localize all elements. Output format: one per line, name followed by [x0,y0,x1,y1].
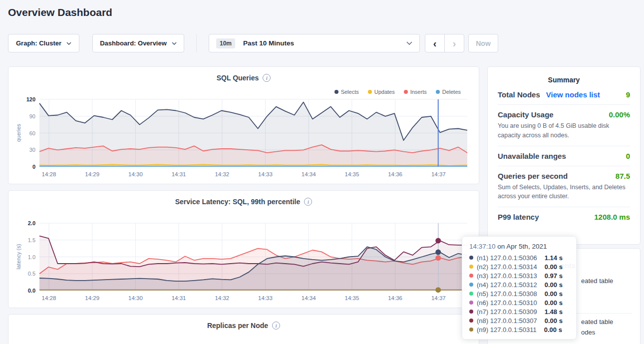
svg-text:14:34: 14:34 [302,295,316,301]
tooltip-node-name: (n8) 127.0.0.1:50307 [477,317,537,325]
legend-item[interactable]: Deletes [436,89,461,95]
event-item: odes [581,329,595,336]
series-dot-icon [469,256,473,260]
svg-text:90: 90 [29,113,35,119]
svg-text:14:32: 14:32 [215,295,229,301]
svg-text:14:33: 14:33 [258,171,273,177]
tooltip-node-name: (n6) 127.0.0.1:50310 [477,299,537,307]
replicas-title: Replicas per Node [207,322,268,330]
svg-text:14:37: 14:37 [431,295,446,301]
series-dot-icon [469,292,473,296]
tooltip-timestamp: 14:37:10 on Apr 5th, 2021 [469,243,569,250]
now-button[interactable]: Now [468,34,498,52]
summary-row-total-nodes: Total Nodes View nodes list 9 [498,85,630,105]
series-dot-icon [469,274,473,278]
replicas-card: Replicas per Node [8,314,479,344]
page-title: Overview Dashboard [8,6,112,18]
tooltip-row: (n7) 127.0.0.1:503091.48 s [469,307,569,316]
sql-queries-card: SQL Queries SelectsUpdatesInsertsDeletes… [8,66,479,184]
svg-text:60: 60 [29,130,35,136]
legend-label: Deletes [442,89,461,95]
dashboard-dropdown[interactable]: Dashboard: Overview [92,34,184,52]
svg-text:1.0: 1.0 [28,254,35,260]
svg-text:14:36: 14:36 [388,171,402,177]
latency-chart[interactable]: 0.00.51.01.52.014:2814:2914:3014:3114:32… [8,220,480,305]
event-item[interactable]: eated table [581,318,613,326]
highlight-dot [435,255,441,261]
svg-text:120: 120 [26,96,35,102]
capacity-value: 0.00% [609,110,630,119]
unavailable-ranges-label: Unavailable ranges [498,152,566,160]
tooltip-row: (n1) 127.0.0.1:503061.14 s [469,253,569,262]
tooltip-row: (n8) 127.0.0.1:503070.00 s [469,316,569,325]
sql-queries-legend: SelectsUpdatesInsertsDeletes [334,89,461,95]
tooltip-node-value: 0.00 s [545,281,563,289]
tooltip-row: (n2) 127.0.0.1:503140.00 s [469,262,569,271]
info-icon[interactable] [304,198,312,206]
chevron-down-icon [172,42,177,45]
svg-text:14:30: 14:30 [128,171,143,177]
series-dot-icon [469,283,473,287]
summary-row-capacity: Capacity Usage 0.00% You are using 0 B o… [498,105,630,146]
sql-queries-title-row: SQL Queries [8,74,479,82]
tooltip-node-name: (n2) 127.0.0.1:50314 [477,263,537,271]
info-icon[interactable] [263,74,271,82]
tooltip-time: 14:37:10 [469,243,496,250]
legend-label: Inserts [410,89,427,95]
now-button-label: Now [476,39,491,47]
time-range-dropdown[interactable]: 10m Past 10 Minutes [209,34,420,52]
series-dot-icon [436,90,440,94]
highlight-dot [435,250,441,255]
summary-panel: Summary Total Nodes View nodes list 9 Ca… [487,66,641,245]
svg-text:14:31: 14:31 [172,171,186,177]
legend-item[interactable]: Updates [368,89,395,95]
legend-item[interactable]: Selects [334,89,359,95]
info-icon[interactable] [272,322,280,330]
view-nodes-list-link[interactable]: View nodes list [546,90,600,99]
capacity-label: Capacity Usage [498,110,554,119]
tooltip-node-value: 0.00 s [545,299,563,307]
time-next-button[interactable]: › [444,34,464,52]
time-prev-button[interactable]: ‹ [425,34,445,52]
svg-text:14:28: 14:28 [42,171,56,177]
tooltip-node-name: (n5) 127.0.0.1:50308 [477,290,537,298]
legend-label: Updates [374,89,395,95]
graph-dropdown-label: Graph: Cluster [16,39,61,47]
svg-text:14:28: 14:28 [42,295,56,301]
legend-item[interactable]: Inserts [404,89,427,95]
qps-value: 87.5 [616,172,630,180]
series-dot-icon [404,90,408,94]
sql-queries-chart[interactable]: 030609012014:2814:2914:3014:3114:3214:33… [8,96,480,181]
chevron-down-icon [66,42,71,45]
graph-dropdown[interactable]: Graph: Cluster [8,34,79,52]
tooltip-row: (n3) 127.0.0.1:503130.97 s [469,271,569,280]
qps-label: Queries per second [498,172,568,180]
capacity-desc: You are using 0 B of 4.5 GiB usable disk… [498,121,630,140]
tooltip-date: on Apr 5th, 2021 [497,243,547,250]
svg-text:1.5: 1.5 [28,237,35,243]
total-nodes-label: Total Nodes [498,90,540,99]
svg-text:14:29: 14:29 [85,171,99,177]
chevron-down-icon [406,41,412,45]
svg-text:0: 0 [32,164,35,170]
svg-text:14:32: 14:32 [215,171,229,177]
tooltip-node-name: (n3) 127.0.0.1:50313 [477,272,537,280]
series-dot-icon [469,310,473,314]
highlight-dot [435,287,441,293]
summary-row-unavailable: Unavailable ranges 0 [498,146,630,166]
tooltip-node-name: (n7) 127.0.0.1:50309 [477,308,537,316]
tooltip-node-name: (n9) 127.0.0.1:50311 [477,326,537,334]
event-item[interactable]: eated table [581,277,613,285]
summary-row-qps: Queries per second 87.5 Sum of Selects, … [498,166,630,208]
svg-text:14:36: 14:36 [388,295,402,301]
chevron-right-icon: › [453,38,456,48]
summary-row-p99: P99 latency 1208.0 ms [498,207,630,227]
replicas-title-row: Replicas per Node [8,322,479,330]
tooltip-node-value: 0.00 s [545,263,563,271]
p99-latency-value: 1208.0 ms [594,213,630,221]
tooltip-node-value: 0.00 s [544,326,562,334]
svg-text:14:30: 14:30 [128,295,143,301]
tooltip-row: (n6) 127.0.0.1:503100.00 s [469,298,569,307]
latency-title: Service Latency: SQL, 99th percentile [175,198,301,206]
series-dot-icon [334,90,338,94]
